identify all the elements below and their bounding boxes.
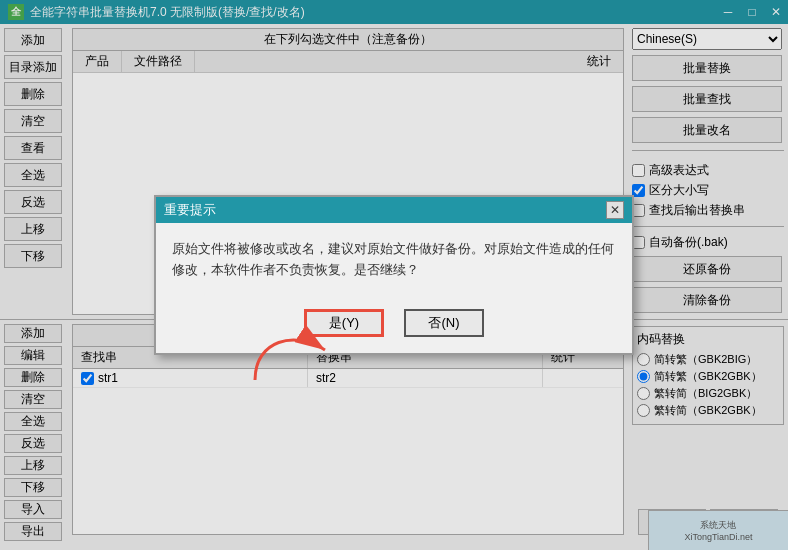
dialog-title: 重要提示: [164, 201, 216, 219]
dialog-close-button[interactable]: ✕: [606, 201, 624, 219]
dialog-buttons: 是(Y) 否(N): [156, 297, 632, 353]
warning-dialog: 重要提示 ✕ 原始文件将被修改或改名，建议对原始文件做好备份。对原始文件造成的任…: [154, 195, 634, 355]
dialog-yes-button[interactable]: 是(Y): [304, 309, 384, 337]
dialog-no-button[interactable]: 否(N): [404, 309, 484, 337]
dialog-title-bar: 重要提示 ✕: [156, 197, 632, 223]
dialog-overlay: 重要提示 ✕ 原始文件将被修改或改名，建议对原始文件做好备份。对原始文件造成的任…: [0, 0, 788, 550]
dialog-message: 原始文件将被修改或改名，建议对原始文件做好备份。对原始文件造成的任何修改，本软件…: [172, 241, 614, 277]
dialog-body: 原始文件将被修改或改名，建议对原始文件做好备份。对原始文件造成的任何修改，本软件…: [156, 223, 632, 297]
